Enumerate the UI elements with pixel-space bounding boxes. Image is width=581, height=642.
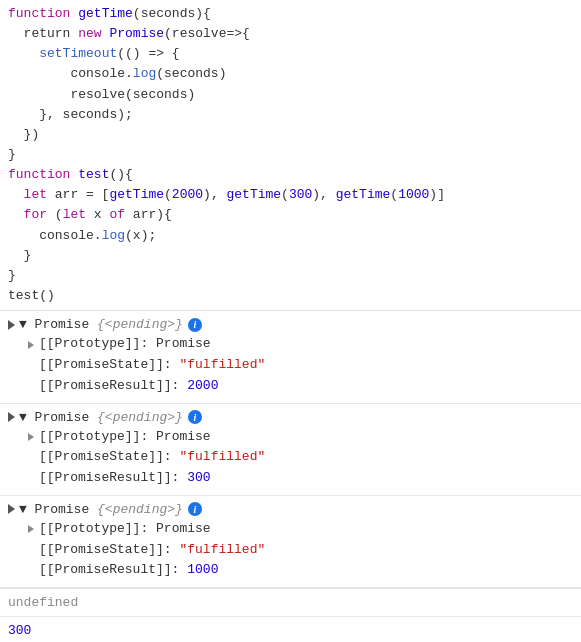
promise-header-2[interactable]: ▼ Promise {<pending>} i [0, 408, 581, 427]
code-block: function getTime(seconds){ return new Pr… [0, 0, 581, 310]
code-line-6: }, seconds); [0, 105, 581, 125]
triangle-icon-3 [8, 504, 15, 514]
promise-label-3: ▼ Promise {<pending>} [19, 502, 183, 517]
triangle-icon-2 [8, 412, 15, 422]
triangle-icon-1 [8, 320, 15, 330]
code-line-10: let arr = [getTime(2000), getTime(300), … [0, 185, 581, 205]
code-line-9: function test(){ [0, 165, 581, 185]
code-line-4: console.log(seconds) [0, 64, 581, 84]
code-line-1: function getTime(seconds){ [0, 4, 581, 24]
info-icon-3[interactable]: i [188, 502, 202, 516]
promise-props-1: [[Prototype]]: Promise [[PromiseState]]:… [0, 334, 581, 398]
promise-header-1[interactable]: ▼ Promise {<pending>} i [0, 315, 581, 334]
expand-arrow-2[interactable] [28, 433, 34, 441]
prop-result-2: [[PromiseResult]]: 300 [28, 468, 573, 489]
promise-props-2: [[Prototype]]: Promise [[PromiseState]]:… [0, 427, 581, 491]
expand-arrow-1[interactable] [28, 341, 34, 349]
prop-state-3: [[PromiseState]]: "fulfilled" [28, 540, 573, 561]
promise-props-3: [[Prototype]]: Promise [[PromiseState]]:… [0, 519, 581, 583]
prop-result-3: [[PromiseResult]]: 1000 [28, 560, 573, 581]
prop-state-1: [[PromiseState]]: "fulfilled" [28, 355, 573, 376]
func-name: getTime [78, 6, 133, 21]
promise-group-1: ▼ Promise {<pending>} i [[Prototype]]: P… [0, 311, 581, 403]
promise-group-2: ▼ Promise {<pending>} i [[Prototype]]: P… [0, 404, 581, 496]
code-line-12: console.log(x); [0, 226, 581, 246]
code-line-11: for (let x of arr){ [0, 205, 581, 225]
code-line-14: } [0, 266, 581, 286]
output-section: ▼ Promise {<pending>} i [[Prototype]]: P… [0, 310, 581, 642]
undefined-output: undefined [0, 588, 581, 617]
code-line-3: setTimeout(() => { [0, 44, 581, 64]
info-icon-1[interactable]: i [188, 318, 202, 332]
promise-group-3: ▼ Promise {<pending>} i [[Prototype]]: P… [0, 496, 581, 588]
keyword: function [8, 6, 70, 21]
code-line-7: }) [0, 125, 581, 145]
promise-header-3[interactable]: ▼ Promise {<pending>} i [0, 500, 581, 519]
info-icon-2[interactable]: i [188, 410, 202, 424]
code-line-15: test() [0, 286, 581, 306]
expand-arrow-3[interactable] [28, 525, 34, 533]
promise-label-1: ▼ Promise {<pending>} [19, 317, 183, 332]
prop-state-2: [[PromiseState]]: "fulfilled" [28, 447, 573, 468]
code-line-8: } [0, 145, 581, 165]
code-line-5: resolve(seconds) [0, 85, 581, 105]
code-line-2: return new Promise(resolve=>{ [0, 24, 581, 44]
output-value-300: 300 [0, 617, 581, 642]
prop-prototype-1: [[Prototype]]: Promise [28, 334, 573, 355]
promise-label-2: ▼ Promise {<pending>} [19, 410, 183, 425]
prop-prototype-3: [[Prototype]]: Promise [28, 519, 573, 540]
prop-prototype-2: [[Prototype]]: Promise [28, 427, 573, 448]
prop-result-1: [[PromiseResult]]: 2000 [28, 376, 573, 397]
code-editor: function getTime(seconds){ return new Pr… [0, 0, 581, 310]
code-line-13: } [0, 246, 581, 266]
